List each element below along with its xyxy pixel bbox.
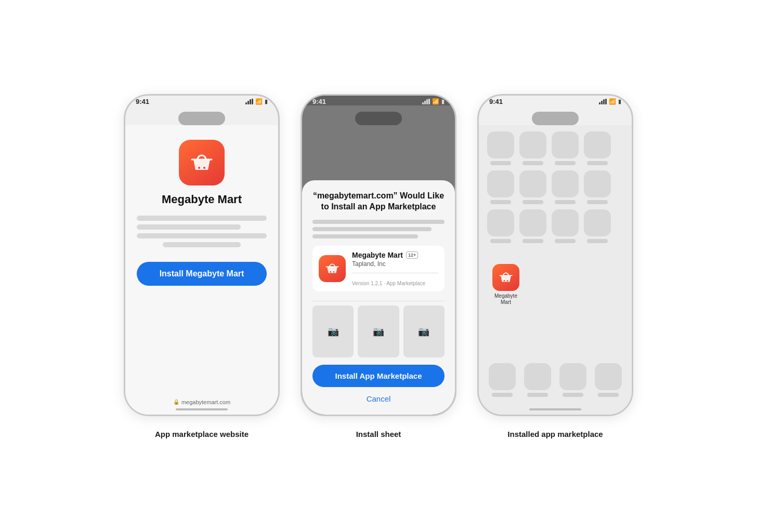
home-icon-placeholder <box>487 131 514 158</box>
home-icon-placeholder <box>552 131 579 158</box>
svg-point-3 <box>333 271 334 272</box>
list-item <box>487 209 514 243</box>
home-icon-placeholder <box>559 363 586 390</box>
battery-icon-2: ▮ <box>441 98 445 105</box>
home-icon-label-placeholder <box>527 393 548 397</box>
wifi-icon: 📶 <box>255 98 263 105</box>
battery-icon: ▮ <box>265 98 268 105</box>
signal-bars-1 <box>245 99 253 104</box>
app-icon-large-1 <box>179 140 225 185</box>
list-item <box>519 170 546 204</box>
text-line <box>137 233 267 238</box>
home-icon-label-placeholder <box>587 239 608 243</box>
install-megabyte-mart-button[interactable]: Install Megabyte Mart <box>137 262 267 286</box>
app-icon-small <box>319 255 346 282</box>
image-placeholder-icon: 📷 <box>418 326 429 337</box>
sheet-text-line <box>312 227 432 231</box>
home-icon-placeholder <box>584 131 611 158</box>
installed-real-row: MegabyteMart <box>484 249 627 310</box>
signal-bar <box>601 101 603 104</box>
battery-icon-3: ▮ <box>618 98 621 105</box>
image-placeholder-icon: 📷 <box>328 326 339 337</box>
divider-line-2 <box>312 301 445 301</box>
phone3-container: 9:41 📶 ▮ <box>477 94 633 438</box>
phone2-label: Install sheet <box>356 430 401 438</box>
cancel-button[interactable]: Cancel <box>367 391 391 406</box>
signal-bar <box>428 99 430 104</box>
dynamic-island-3 <box>532 112 579 125</box>
svg-point-0 <box>198 167 200 169</box>
home-icon-placeholder <box>552 209 579 236</box>
basket-svg-3 <box>498 269 514 286</box>
phones-row: 9:41 📶 ▮ <box>67 94 690 438</box>
screenshots-row: 📷 📷 📷 <box>312 305 445 357</box>
dynamic-island-1 <box>178 112 225 125</box>
phone1-container: 9:41 📶 ▮ <box>124 94 280 438</box>
phone3-frame: 9:41 📶 ▮ <box>477 94 633 416</box>
signal-bar <box>603 99 605 104</box>
signal-bar <box>422 102 424 104</box>
installed-app[interactable]: MegabyteMart <box>492 264 519 305</box>
status-bar-3: 9:41 📶 ▮ <box>479 96 632 105</box>
app-info-version: Version 1.2.1 · App Marketplace <box>352 281 438 286</box>
home-icon-placeholder <box>552 170 579 197</box>
installed-app-icon <box>492 264 519 291</box>
home-icon-label-placeholder <box>490 239 511 243</box>
home-icon-placeholder <box>584 170 611 197</box>
home-icon-placeholder <box>584 209 611 236</box>
bottom-grid <box>484 361 627 399</box>
signal-bar <box>599 102 601 104</box>
sheet-text-line <box>312 220 445 224</box>
home-icon-label-placeholder <box>523 200 543 204</box>
home-icon-placeholder <box>489 363 516 390</box>
phone2-screen: “megabytemart.com” Would Like to Install… <box>302 125 455 415</box>
list-item <box>584 170 611 204</box>
basket-svg-2 <box>324 260 341 277</box>
list-item <box>584 209 611 243</box>
phone1-label: App marketplace website <box>155 430 249 438</box>
home-icon-label-placeholder <box>555 161 576 165</box>
screenshot-3: 📷 <box>403 305 445 357</box>
list-item <box>523 363 553 397</box>
status-icons-3: 📶 ▮ <box>599 98 621 105</box>
text-line <box>137 216 267 221</box>
age-badge: 12+ <box>406 251 418 259</box>
text-lines-1 <box>137 216 267 247</box>
signal-bar <box>250 99 251 104</box>
signal-bar <box>247 101 249 104</box>
list-item <box>552 170 579 204</box>
status-bar-1: 9:41 📶 ▮ <box>125 96 278 105</box>
signal-bars-3 <box>599 99 607 104</box>
app-info-dev: Tapland, Inc <box>352 260 438 268</box>
home-icon-label-placeholder <box>587 200 608 204</box>
svg-point-4 <box>504 280 505 281</box>
svg-point-2 <box>330 271 331 272</box>
url-text: megabytemart.com <box>181 399 230 405</box>
home-icon-placeholder <box>487 170 514 197</box>
phone1-screen: Megabyte Mart Install Megabyte Mart 🔒 me… <box>125 125 278 415</box>
svg-point-1 <box>203 167 205 169</box>
list-item <box>552 209 579 243</box>
home-icon-label-placeholder <box>598 393 619 397</box>
screenshot-1: 📷 <box>312 305 354 357</box>
status-time-2: 9:41 <box>312 98 326 105</box>
home-icon-label-placeholder <box>490 200 511 204</box>
home-icon-label-placeholder <box>523 161 543 165</box>
install-app-marketplace-button[interactable]: Install App Marketplace <box>312 365 445 387</box>
dynamic-island-2 <box>355 112 402 125</box>
signal-bars-2 <box>422 99 430 104</box>
phone1-frame: 9:41 📶 ▮ <box>124 94 280 416</box>
status-icons-1: 📶 ▮ <box>245 98 268 105</box>
home-icon-label-placeholder <box>523 239 543 243</box>
svg-point-5 <box>507 280 508 281</box>
list-item <box>487 170 514 204</box>
status-time-3: 9:41 <box>489 98 503 105</box>
sheet-app-name: Megabyte Mart <box>352 251 403 259</box>
home-icon-label-placeholder <box>555 200 576 204</box>
text-line <box>137 224 241 230</box>
home-icon-label-placeholder <box>587 161 608 165</box>
website-url-1: 🔒 megabytemart.com <box>173 399 230 405</box>
status-bar-2: 9:41 📶 ▮ <box>302 96 455 105</box>
list-item <box>487 363 517 397</box>
signal-bar <box>426 99 428 104</box>
